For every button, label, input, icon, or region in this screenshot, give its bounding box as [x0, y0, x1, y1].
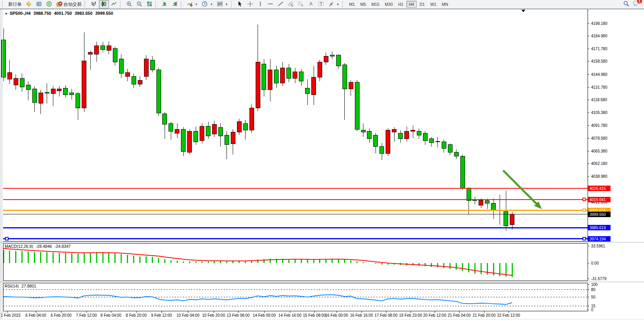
rsi-line	[4, 295, 512, 305]
candle	[305, 88, 310, 94]
candle	[355, 82, 359, 129]
candle	[312, 77, 316, 95]
time-axis-label: 10 Feb 04:00	[177, 313, 200, 317]
time-axis-label: 9 Feb 12:00	[151, 313, 172, 317]
line-handle[interactable]	[5, 237, 8, 240]
chart-canvas[interactable]: 4198.1804184.9804171.7804158.5804144.980…	[0, 0, 644, 321]
macd-name: MACD(12,26,9)	[5, 244, 33, 249]
candle	[82, 61, 86, 108]
rsi-name: RSI(14)	[5, 284, 19, 288]
time-axis-label: 20 Feb 12:00	[423, 313, 446, 317]
candle	[473, 200, 477, 201]
candle	[150, 60, 154, 70]
candle	[392, 129, 397, 132]
time-axis-label: 17 Feb 08:00	[375, 313, 398, 317]
time-axis-label: 6 Feb 20:00	[51, 313, 72, 317]
price-line-badge-label: 4015.041	[590, 198, 606, 202]
candle	[70, 93, 74, 95]
line-handle[interactable]	[583, 198, 586, 201]
candle	[132, 76, 136, 84]
candle	[51, 89, 55, 93]
candle	[411, 130, 415, 131]
macd-axis-label: 0.00	[591, 261, 599, 265]
candle	[175, 129, 179, 133]
time-axis-label: 19 Feb 23:00	[399, 313, 422, 317]
ohlc-low: 3983.550	[75, 11, 93, 16]
price-line-badge-label: 4026.425	[590, 186, 606, 191]
candle	[125, 72, 130, 76]
price-tick-label: 4105.380	[591, 111, 607, 115]
price-tick-label: 4052.180	[591, 161, 607, 166]
line-handle[interactable]	[583, 237, 586, 240]
candle	[367, 131, 372, 139]
rsi-label: RSI(14) 27.8801	[5, 284, 38, 288]
candle	[435, 141, 440, 142]
candle	[243, 123, 247, 130]
price-tick-label: 4038.980	[591, 174, 607, 179]
candle	[429, 139, 433, 143]
candle	[57, 89, 61, 91]
candle	[156, 70, 161, 113]
candle	[380, 147, 384, 153]
candle	[88, 53, 93, 54]
candle	[218, 127, 223, 136]
rsi-axis-label: 50	[591, 295, 596, 299]
rsi-axis-label: 80	[591, 288, 596, 292]
candle	[231, 132, 235, 144]
candle	[504, 211, 508, 226]
candle	[101, 46, 105, 49]
candle	[479, 200, 483, 205]
candle	[237, 122, 241, 132]
candle	[491, 203, 496, 210]
candle	[448, 145, 452, 153]
candle	[330, 55, 334, 56]
candle	[454, 153, 458, 156]
price-tick-label: 4198.180	[591, 21, 607, 26]
time-axis-label: 3 Feb 2023	[1, 313, 21, 317]
candle	[95, 46, 99, 54]
time-axis-label: 22 Feb 12:00	[497, 313, 520, 317]
time-axis-label: 8 Feb 20:00	[126, 313, 147, 317]
symbol-period: SP500-,H4	[10, 11, 31, 16]
candle	[423, 133, 427, 141]
candle	[113, 49, 117, 62]
candle	[26, 85, 30, 90]
candle	[281, 68, 285, 83]
candle	[181, 129, 186, 151]
candle	[45, 92, 49, 93]
candle	[510, 214, 514, 225]
ohlc-high: 4001.750	[54, 11, 72, 16]
candle	[324, 56, 328, 62]
price-line-badge-label: 3974.194	[590, 237, 606, 241]
candle	[14, 78, 18, 85]
time-axis-label: 7 Feb 12:00	[76, 313, 97, 317]
candle	[188, 131, 192, 152]
candle	[361, 130, 365, 132]
candle	[32, 89, 37, 102]
collapse-triangle-icon[interactable]: ▼	[5, 12, 8, 16]
time-axis-label: 14 Feb 16:00	[279, 313, 302, 317]
price-tick-label: 4078.580	[591, 136, 607, 140]
ohlc-open: 3988.750	[33, 11, 51, 16]
time-axis-label: 21 Feb 20:00	[473, 313, 496, 317]
candle	[144, 59, 148, 76]
time-axis-label: 6 Feb 04:00	[25, 313, 46, 317]
candle	[169, 123, 173, 131]
candle	[138, 80, 142, 84]
candle	[206, 126, 211, 136]
macd-axis-label: -31.5779	[591, 277, 607, 281]
line-handle[interactable]	[583, 209, 586, 212]
candle	[20, 78, 24, 87]
trading-terminal: { "toolbar": { "new_order_label": "新订单",…	[0, 0, 644, 321]
candle	[39, 93, 43, 103]
candle	[299, 72, 304, 81]
price-tick-label: 4158.580	[591, 59, 607, 63]
price-tick-label: 4144.980	[591, 72, 607, 77]
time-axis-label: 16 Feb 00:00	[325, 313, 348, 317]
time-axis-label: 21 Feb 04:00	[448, 313, 471, 317]
time-axis-label: 13 Feb 08:00	[227, 313, 250, 317]
candle	[342, 65, 347, 89]
price-tick-label: 4118.580	[591, 98, 607, 102]
chart-shift-marker[interactable]	[521, 10, 525, 12]
candle	[249, 108, 254, 130]
